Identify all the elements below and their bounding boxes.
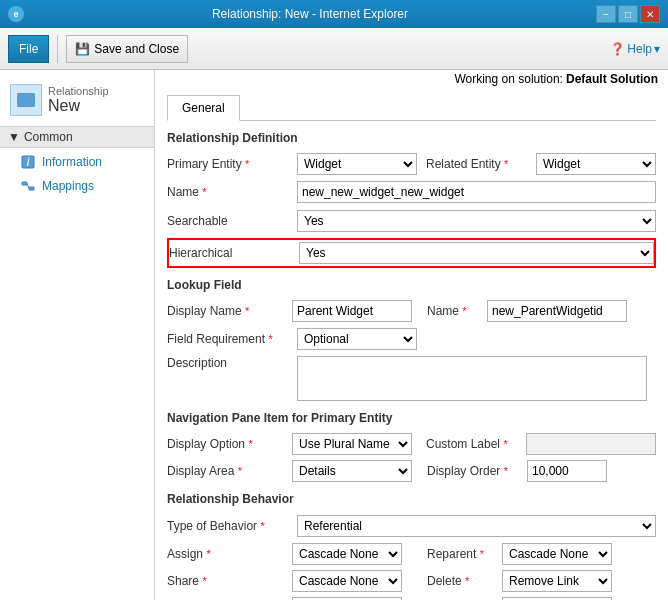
display-option-select[interactable]: Use Plural Name: [292, 433, 412, 455]
assign-required: *: [206, 548, 210, 560]
save-close-label: Save and Close: [94, 42, 179, 56]
relationship-definition-header: Relationship Definition: [167, 131, 656, 147]
tab-general[interactable]: General: [167, 95, 240, 121]
assign-col: Assign * Cascade None: [167, 543, 427, 565]
custom-label-label: Custom Label *: [426, 437, 526, 451]
name-row: Name *: [167, 180, 656, 204]
display-name-col: Display Name *: [167, 300, 427, 322]
assign-select[interactable]: Cascade None: [292, 543, 402, 565]
display-area-row: Display Area * Details Display Order *: [167, 460, 656, 482]
delete-select[interactable]: Remove Link: [502, 570, 612, 592]
minimize-button[interactable]: −: [596, 5, 616, 23]
type-behavior-select[interactable]: Referential: [297, 515, 656, 537]
app-icon: e: [8, 6, 24, 22]
description-label: Description: [167, 356, 297, 370]
primary-related-entity-row: Primary Entity * Widget Related Entity *…: [167, 153, 656, 175]
display-order-col: Display Order *: [427, 460, 656, 482]
reparent-col: Reparent * Cascade None: [427, 543, 656, 565]
triangle-icon: ▼: [8, 130, 20, 144]
custom-label-col: Custom Label *: [426, 433, 656, 455]
relationship-behavior-header: Relationship Behavior: [167, 492, 656, 508]
custom-label-input[interactable]: [526, 433, 656, 455]
svg-text:i: i: [27, 155, 30, 169]
assign-label: Assign *: [167, 547, 292, 561]
svg-line-4: [27, 184, 29, 189]
type-behavior-row: Type of Behavior * Referential: [167, 514, 656, 538]
field-name-input[interactable]: [487, 300, 627, 322]
name-required: *: [202, 186, 206, 198]
display-order-input[interactable]: [527, 460, 607, 482]
share-select[interactable]: Cascade None: [292, 570, 402, 592]
primary-entity-required: *: [245, 158, 249, 170]
solution-label: Working on solution:: [454, 72, 563, 86]
related-entity-label: Related Entity *: [426, 157, 536, 171]
file-button[interactable]: File: [8, 35, 49, 63]
save-close-button[interactable]: 💾 Save and Close: [66, 35, 188, 63]
name-label: Name *: [167, 185, 297, 199]
display-name-label: Display Name *: [167, 304, 292, 318]
field-requirement-label: Field Requirement *: [167, 332, 297, 346]
related-entity-col: Related Entity * Widget: [426, 153, 656, 175]
display-option-label: Display Option *: [167, 437, 292, 451]
form-content: General Relationship Definition Primary …: [155, 86, 668, 600]
description-row: Description: [167, 356, 656, 401]
tab-bar: General: [167, 94, 656, 121]
help-button[interactable]: ❓ Help ▾: [610, 42, 660, 56]
information-icon: i: [20, 154, 36, 170]
help-label: Help: [627, 42, 652, 56]
related-entity-required: *: [504, 158, 508, 170]
sidebar-item-mappings[interactable]: Mappings: [0, 174, 154, 198]
reparent-required: *: [480, 548, 484, 560]
primary-entity-label: Primary Entity *: [167, 157, 297, 171]
display-area-label: Display Area *: [167, 464, 292, 478]
main-area: Relationship New ▼ Common i Information: [0, 70, 668, 600]
title-bar: e Relationship: New - Internet Explorer …: [0, 0, 668, 28]
display-area-required: *: [238, 465, 242, 477]
field-name-required: *: [462, 305, 466, 317]
solution-name: Default Solution: [566, 72, 658, 86]
share-col: Share * Cascade None: [167, 570, 427, 592]
delete-col: Delete * Remove Link: [427, 570, 656, 592]
related-entity-select[interactable]: Widget: [536, 153, 656, 175]
mappings-label: Mappings: [42, 179, 94, 193]
sidebar: Relationship New ▼ Common i Information: [0, 70, 155, 600]
name-input[interactable]: [297, 181, 656, 203]
sidebar-item-information[interactable]: i Information: [0, 150, 154, 174]
display-order-label: Display Order *: [427, 464, 527, 478]
reparent-select[interactable]: Cascade None: [502, 543, 612, 565]
share-label: Share *: [167, 574, 292, 588]
svg-rect-2: [22, 182, 27, 185]
assign-reparent-row: Assign * Cascade None Reparent * Cascade…: [167, 543, 656, 565]
hierarchical-select[interactable]: Yes: [299, 242, 654, 264]
share-required: *: [202, 575, 206, 587]
display-option-row: Display Option * Use Plural Name Custom …: [167, 433, 656, 455]
searchable-select[interactable]: Yes: [297, 210, 656, 232]
help-icon: ❓: [610, 42, 625, 56]
breadcrumb: Relationship New: [0, 78, 154, 120]
reparent-label: Reparent *: [427, 547, 502, 561]
toolbar: File 💾 Save and Close ❓ Help ▾: [0, 28, 668, 70]
hierarchical-label: Hierarchical: [169, 246, 299, 260]
entity-name-label: New: [48, 97, 109, 115]
delete-required: *: [465, 575, 469, 587]
display-option-col: Display Option * Use Plural Name: [167, 433, 426, 455]
entity-type-label: Relationship: [48, 85, 109, 97]
information-label: Information: [42, 155, 102, 169]
nav-pane-header: Navigation Pane Item for Primary Entity: [167, 411, 656, 427]
custom-label-required: *: [503, 438, 507, 450]
window-controls[interactable]: − □ ✕: [596, 5, 660, 23]
hierarchical-row: Hierarchical Yes: [167, 238, 656, 268]
svg-rect-3: [29, 187, 34, 190]
display-name-required: *: [245, 305, 249, 317]
display-area-select[interactable]: Details: [292, 460, 412, 482]
primary-entity-select[interactable]: Widget: [297, 153, 417, 175]
field-name-col: Name *: [427, 300, 656, 322]
field-requirement-select[interactable]: Optional: [297, 328, 417, 350]
restore-button[interactable]: □: [618, 5, 638, 23]
lookup-field-header: Lookup Field: [167, 278, 656, 294]
display-option-required: *: [248, 438, 252, 450]
content-panel: Working on solution: Default Solution Ge…: [155, 70, 668, 600]
description-textarea[interactable]: [297, 356, 647, 401]
display-name-input[interactable]: [292, 300, 412, 322]
close-button[interactable]: ✕: [640, 5, 660, 23]
